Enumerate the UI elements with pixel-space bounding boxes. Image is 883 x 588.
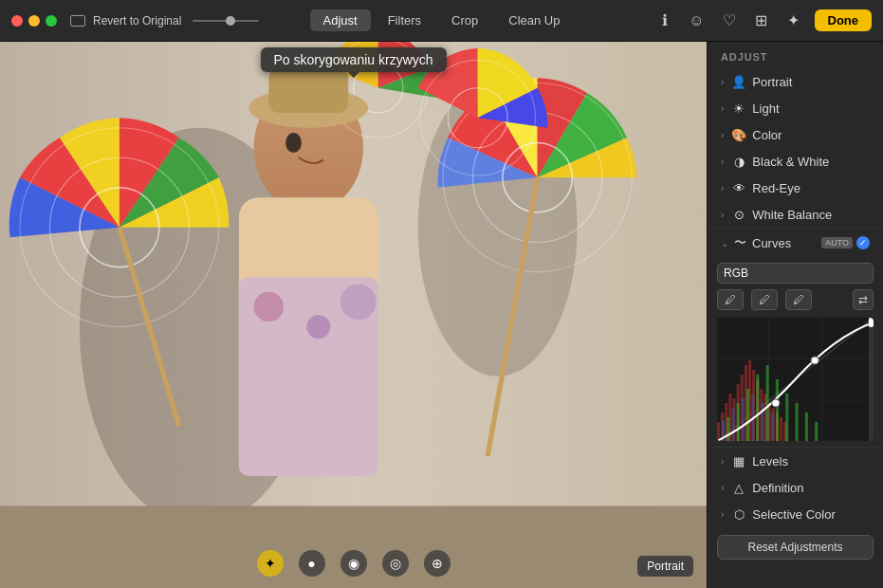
panel-row-selective-color[interactable]: › ⬡ Selective Color — [708, 501, 883, 527]
curves-label: Curves — [752, 236, 791, 250]
svg-rect-50 — [737, 403, 740, 441]
photo-image — [0, 42, 707, 588]
panel-row-redeye[interactable]: › 👁 Red-Eye — [708, 175, 883, 201]
light-icon: ☀ — [731, 101, 746, 116]
panel-label-redeye: Red-Eye — [752, 181, 870, 195]
panel-row-portrait[interactable]: › 👤 Portrait — [708, 68, 883, 95]
curves-pencils: 🖊 🖊 🖊 ⇄ — [717, 289, 874, 310]
bw-icon: ◑ — [731, 154, 746, 169]
selective-color-icon: ⬡ — [731, 506, 746, 522]
bottom-toolbar: ✦ ● ◉ ◎ ⊕ — [0, 550, 707, 577]
chevron-right-icon: › — [721, 210, 724, 220]
svg-point-66 — [811, 357, 819, 364]
svg-rect-58 — [815, 422, 818, 441]
panel-label-light: Light — [752, 101, 870, 116]
chevron-right-icon: › — [721, 456, 724, 467]
svg-rect-61 — [742, 398, 745, 441]
panel-label-wb: White Balance — [752, 208, 870, 222]
done-button[interactable]: Done — [815, 9, 873, 31]
svg-rect-31 — [717, 422, 720, 441]
panel-row-color[interactable]: › 🎨 Color — [708, 121, 883, 148]
portrait-icon: 👤 — [731, 74, 746, 89]
svg-rect-64 — [771, 413, 774, 441]
svg-rect-56 — [796, 403, 799, 441]
panel-row-wb[interactable]: › ⊙ White Balance — [708, 201, 883, 228]
svg-point-9 — [340, 284, 377, 320]
photo-area: Po skorygowaniu krzywych — [0, 42, 707, 588]
svg-rect-52 — [756, 375, 759, 441]
zoom-slider[interactable] — [193, 20, 259, 22]
tab-crop[interactable]: Crop — [438, 9, 491, 31]
tab-cleanup[interactable]: Clean Up — [495, 9, 573, 31]
right-panel: ADJUST › 👤 Portrait › ☀ Light › 🎨 Color … — [707, 42, 883, 588]
auto-badge[interactable]: AUTO — [821, 237, 853, 248]
pencil-light-tool[interactable]: 🖊 — [785, 289, 812, 310]
curves-header[interactable]: ⌄ 〜 Curves AUTO ✓ — [708, 229, 883, 257]
add-tool-icon[interactable]: ⊕ — [424, 550, 451, 577]
main-content: Po skorygowaniu krzywych — [0, 42, 883, 588]
favorite-button[interactable]: ♡ — [718, 9, 741, 32]
circle-tool-icon[interactable]: ● — [299, 550, 325, 577]
panel-label-bw: Black & White — [752, 155, 870, 169]
reset-adjustments-button[interactable]: Reset Adjustments — [717, 535, 874, 560]
maximize-button[interactable] — [46, 15, 57, 27]
tools-button[interactable]: ✦ — [782, 9, 805, 32]
panel-label-levels: Levels — [752, 454, 870, 469]
titlebar: Revert to Original Adjust Filters Crop C… — [0, 0, 883, 42]
curves-graph — [717, 318, 874, 441]
chevron-right-icon: › — [721, 130, 724, 140]
redeye-icon: 👁 — [731, 180, 746, 195]
chevron-right-icon: › — [721, 183, 724, 193]
portrait-tool-icon[interactable]: ✦ — [257, 550, 284, 577]
svg-point-8 — [306, 315, 330, 339]
chevron-right-icon: › — [721, 483, 724, 493]
chevron-down-icon: ⌄ — [721, 238, 728, 248]
minimize-button[interactable] — [28, 15, 40, 27]
curves-content: RGB 🖊 🖊 🖊 ⇄ — [708, 257, 883, 447]
panel-label-portrait: Portrait — [752, 75, 870, 89]
svg-point-7 — [254, 292, 284, 322]
panel-label-selective-color: Selective Color — [752, 507, 870, 522]
linear-tool-icon[interactable]: ◎ — [382, 550, 409, 577]
svg-rect-54 — [776, 379, 779, 441]
channel-select[interactable]: RGB — [717, 263, 874, 284]
duplicate-button[interactable]: ⊞ — [750, 9, 773, 32]
svg-rect-63 — [761, 403, 763, 441]
svg-point-65 — [772, 399, 780, 407]
svg-rect-67 — [869, 318, 874, 441]
pencil-dark-tool[interactable]: 🖊 — [717, 289, 744, 310]
svg-rect-68 — [869, 318, 874, 327]
curves-icon: 〜 — [734, 234, 746, 251]
levels-icon: ▦ — [731, 453, 746, 469]
info-button[interactable]: ℹ — [653, 9, 676, 32]
svg-rect-53 — [766, 365, 769, 441]
auto-check-icon[interactable]: ✓ — [856, 236, 870, 249]
curves-auto-controls: AUTO ✓ — [821, 236, 870, 249]
tab-filters[interactable]: Filters — [375, 9, 434, 31]
svg-rect-55 — [785, 394, 788, 441]
panel-row-light[interactable]: › ☀ Light — [708, 95, 883, 121]
svg-point-25 — [285, 133, 302, 153]
definition-icon: △ — [731, 480, 746, 495]
color-icon: 🎨 — [731, 127, 746, 142]
curves-section: ⌄ 〜 Curves AUTO ✓ RGB 🖊 🖊 🖊 ⇄ — [708, 228, 883, 448]
share-button[interactable]: ☺ — [686, 9, 708, 32]
close-button[interactable] — [11, 15, 23, 27]
panel-row-bw[interactable]: › ◑ Black & White — [708, 148, 883, 175]
chevron-right-icon: › — [721, 77, 724, 87]
svg-rect-57 — [805, 413, 808, 441]
chevron-right-icon: › — [721, 156, 724, 167]
radial-tool-icon[interactable]: ◉ — [340, 550, 367, 577]
panel-row-levels[interactable]: › ▦ Levels — [708, 448, 883, 474]
tab-adjust[interactable]: Adjust — [310, 9, 371, 31]
panel-row-definition[interactable]: › △ Definition — [708, 474, 883, 501]
window-icon — [70, 15, 85, 27]
chevron-right-icon: › — [721, 103, 724, 114]
wb-icon: ⊙ — [731, 207, 746, 222]
swap-button[interactable]: ⇄ — [853, 289, 874, 310]
svg-rect-49 — [727, 417, 729, 441]
pencil-mid-tool[interactable]: 🖊 — [751, 289, 778, 310]
svg-rect-47 — [780, 417, 782, 441]
traffic-lights — [11, 15, 57, 27]
revert-button[interactable]: Revert to Original — [93, 14, 181, 28]
